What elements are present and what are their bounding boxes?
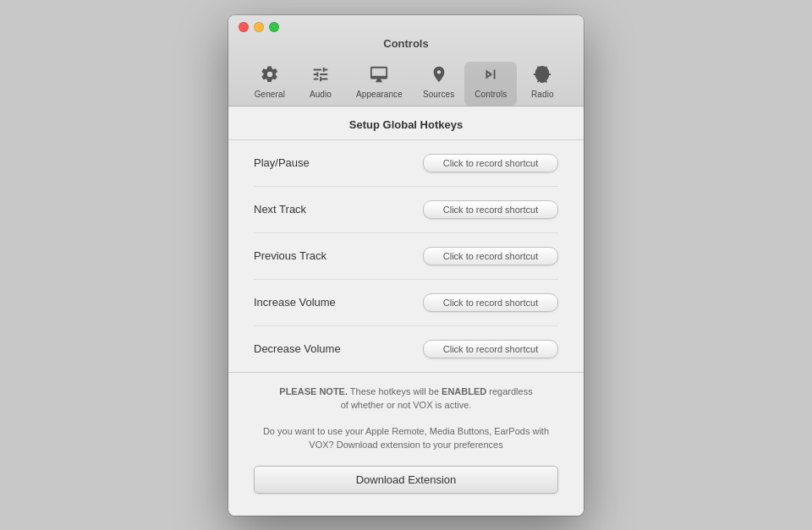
display-icon xyxy=(370,65,388,87)
hotkey-row-previous-track: Previous Track Click to record shortcut xyxy=(254,233,558,280)
main-content: Setup Global Hotkeys Play/Pause Click to… xyxy=(228,107,584,516)
hotkey-label-next-track: Next Track xyxy=(254,203,306,216)
notice-section: PLEASE NOTE. These hotkeys will be ENABL… xyxy=(228,372,584,516)
toolbar-item-appearance[interactable]: Appearance xyxy=(346,62,413,106)
sliders-icon xyxy=(311,65,330,87)
title-bar: Controls General Audio xyxy=(228,15,584,107)
gear-icon xyxy=(261,65,279,87)
hotkey-label-increase-volume: Increase Volume xyxy=(254,296,336,309)
section-title: Setup Global Hotkeys xyxy=(228,107,584,140)
toolbar-item-general[interactable]: General xyxy=(244,62,295,106)
hotkey-row-increase-volume: Increase Volume Click to record shortcut xyxy=(254,280,558,326)
record-shortcut-play-pause[interactable]: Click to record shortcut xyxy=(423,154,558,172)
hotkey-label-play-pause: Play/Pause xyxy=(254,156,310,169)
minimize-button[interactable] xyxy=(254,22,264,32)
record-shortcut-increase-volume[interactable]: Click to record shortcut xyxy=(423,293,558,312)
toolbar: General Audio Appearance xyxy=(244,57,568,106)
close-button[interactable] xyxy=(239,22,249,32)
toolbar-item-audio[interactable]: Audio xyxy=(295,62,346,106)
traffic-lights xyxy=(239,22,279,32)
toolbar-label-general: General xyxy=(255,90,285,99)
hotkey-row-decrease-volume: Decrease Volume Click to record shortcut xyxy=(254,326,558,372)
toolbar-item-controls[interactable]: Controls xyxy=(464,62,517,106)
toolbar-item-sources[interactable]: Sources xyxy=(413,62,464,106)
app-window: Controls General Audio xyxy=(228,15,584,516)
download-extension-button[interactable]: Download Extension xyxy=(254,466,558,494)
hotkey-row-play-pause: Play/Pause Click to record shortcut xyxy=(254,140,558,187)
window-title: Controls xyxy=(383,37,428,50)
radio-icon xyxy=(533,65,551,87)
notice-text: PLEASE NOTE. These hotkeys will be ENABL… xyxy=(254,385,558,413)
toolbar-item-radio[interactable]: Radio xyxy=(517,62,568,106)
hotkey-row-next-track: Next Track Click to record shortcut xyxy=(254,187,558,233)
hotkey-label-decrease-volume: Decrease Volume xyxy=(254,342,341,355)
hotkey-label-previous-track: Previous Track xyxy=(254,249,326,262)
toolbar-label-appearance: Appearance xyxy=(356,90,403,99)
toolbar-label-audio: Audio xyxy=(310,90,332,99)
apple-remote-text: Do you want to use your Apple Remote, Me… xyxy=(254,424,558,452)
maximize-button[interactable] xyxy=(269,22,279,32)
sources-icon xyxy=(430,65,448,87)
record-shortcut-next-track[interactable]: Click to record shortcut xyxy=(423,200,558,219)
toolbar-label-radio: Radio xyxy=(531,90,554,99)
toolbar-label-sources: Sources xyxy=(423,90,454,99)
toolbar-label-controls: Controls xyxy=(475,90,507,99)
controls-icon xyxy=(481,65,500,87)
record-shortcut-decrease-volume[interactable]: Click to record shortcut xyxy=(423,340,558,358)
record-shortcut-previous-track[interactable]: Click to record shortcut xyxy=(423,247,558,265)
hotkeys-list: Play/Pause Click to record shortcut Next… xyxy=(228,140,584,372)
